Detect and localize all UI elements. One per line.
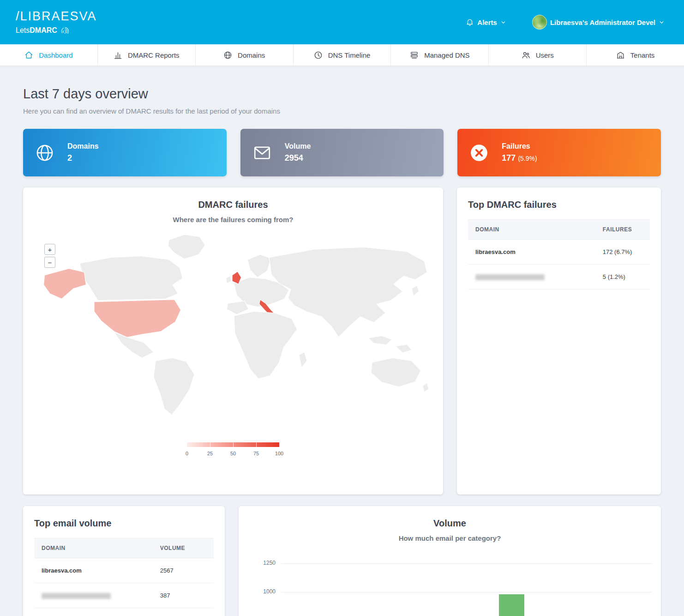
column-header-volume: VOLUME xyxy=(153,538,214,558)
tab-domains[interactable]: Domains xyxy=(195,44,293,66)
chevron-down-icon xyxy=(659,19,665,25)
tab-users[interactable]: Users xyxy=(488,44,586,66)
map-region-alaska xyxy=(44,269,86,299)
top-failures-table: DOMAIN FAILURES libraesva.com 172 (6.7%)… xyxy=(468,219,650,290)
column-header-domain: DOMAIN xyxy=(34,538,153,558)
zoom-out-button[interactable]: − xyxy=(44,257,55,268)
volume-card: Volume 2954 xyxy=(240,129,444,176)
domains-card-value: 2 xyxy=(67,153,99,163)
page-subtitle: Here you can find an overview of DMARC r… xyxy=(23,107,661,115)
top-email-volume-panel: Top email volume DOMAIN VOLUME libraesva… xyxy=(23,506,225,616)
top-failures-title: Top DMARC failures xyxy=(468,199,650,210)
globe-icon xyxy=(223,51,232,60)
map-zoom-controls: + − xyxy=(44,244,55,268)
failures-card-label: Failures xyxy=(502,142,537,151)
world-map-svg xyxy=(35,231,432,416)
fingerprint-icon xyxy=(60,25,70,36)
alerts-menu[interactable]: Alerts xyxy=(466,18,506,26)
map-region-usa xyxy=(94,300,181,338)
table-row: libraesva.com 172 (6.7%) xyxy=(468,240,650,265)
redacted-domain xyxy=(475,274,545,280)
page-title: Last 7 days overview xyxy=(23,86,661,102)
clock-icon xyxy=(314,51,323,60)
tab-dashboard[interactable]: Dashboard xyxy=(0,44,97,66)
chevron-down-icon xyxy=(500,19,506,25)
volume-bar xyxy=(499,594,524,616)
map-legend: 0 25 50 75 100 xyxy=(23,442,443,458)
dashboard-content: Last 7 days overview Here you can find a… xyxy=(0,86,684,616)
y-axis-tick: 1250 xyxy=(250,560,276,566)
logo-text: /LIBRAESVA xyxy=(16,9,97,24)
bar-chart-icon xyxy=(114,51,122,60)
domain-cell: libraesva.com xyxy=(468,240,595,265)
top-dmarc-failures-panel: Top DMARC failures DOMAIN FAILURES libra… xyxy=(457,187,661,495)
dmarc-failures-map-panel: DMARC failures Where are the failures co… xyxy=(23,187,443,495)
legend-tick: 75 xyxy=(253,451,259,456)
map-panel-subtitle: Where are the failures coming from? xyxy=(23,216,443,223)
user-name: Libraesva's Administrator Devel xyxy=(550,18,655,26)
y-axis-tick: 1000 xyxy=(250,588,276,595)
failures-cell: 5 (1.2%) xyxy=(595,265,650,290)
table-row: 5 (1.2%) xyxy=(468,265,650,290)
legend-tick: 50 xyxy=(230,451,236,456)
globe-icon xyxy=(35,143,54,163)
domains-card: Domains 2 xyxy=(23,129,227,176)
table-row: libraesva.com 2567 xyxy=(34,558,214,583)
circle-x-icon xyxy=(469,143,489,163)
libraesva-logo: /LIBRAESVA LetsDMARC xyxy=(16,9,97,36)
legend-tick: 100 xyxy=(275,451,283,456)
logo-sub-bold: DMARC xyxy=(30,26,57,34)
volume-card-label: Volume xyxy=(285,142,311,151)
failures-card-value: 177 xyxy=(502,153,516,163)
envelope-icon xyxy=(252,143,272,163)
table-row: 387 xyxy=(34,583,214,608)
volume-chart-title: Volume xyxy=(239,518,661,529)
gridline-1000: 1000 xyxy=(281,592,652,592)
top-volume-table: DOMAIN VOLUME libraesva.com 2567 387 xyxy=(34,538,214,608)
volume-cell: 387 xyxy=(153,583,214,608)
volume-chart-panel: Volume How much email per category? 1250… xyxy=(239,506,661,616)
legend-gradient-bar xyxy=(187,442,279,447)
gridline-1250: 1250 xyxy=(281,563,652,564)
column-header-failures: FAILURES xyxy=(595,220,650,240)
column-header-domain: DOMAIN xyxy=(468,220,595,240)
tab-managed-dns[interactable]: Managed DNS xyxy=(390,44,488,66)
logo-sub-light: Lets xyxy=(16,26,30,34)
building-icon xyxy=(616,51,625,60)
map-panel-title: DMARC failures xyxy=(23,199,443,210)
redacted-domain xyxy=(42,593,111,599)
failures-card-detail: (5.9%) xyxy=(518,155,537,162)
main-nav: Dashboard DMARC Reports Domains DNS Time… xyxy=(0,44,684,66)
zoom-in-button[interactable]: + xyxy=(44,244,55,255)
domains-card-label: Domains xyxy=(67,142,99,151)
top-volume-title: Top email volume xyxy=(34,518,214,529)
bell-icon xyxy=(466,18,474,26)
domain-cell: libraesva.com xyxy=(34,558,153,583)
legend-tick: 0 xyxy=(186,451,188,456)
volume-cell: 2567 xyxy=(153,558,214,583)
world-map[interactable] xyxy=(23,231,443,416)
server-stack-icon xyxy=(410,51,419,60)
avatar xyxy=(532,15,547,30)
volume-chart-subtitle: How much email per category? xyxy=(239,534,661,542)
alerts-label: Alerts xyxy=(477,18,497,26)
stat-cards: Domains 2 Volume 2954 Failures 177(5.9%) xyxy=(23,129,661,176)
failures-cell: 172 (6.7%) xyxy=(595,240,650,265)
volume-card-value: 2954 xyxy=(285,153,311,163)
top-bar: /LIBRAESVA LetsDMARC Alerts Libraesva's … xyxy=(0,0,684,44)
tab-dns-timeline[interactable]: DNS Timeline xyxy=(293,44,391,66)
failures-card: Failures 177(5.9%) xyxy=(457,129,661,176)
user-menu[interactable]: Libraesva's Administrator Devel xyxy=(532,15,665,30)
home-icon xyxy=(24,51,33,60)
legend-tick: 25 xyxy=(207,451,213,456)
tab-dmarc-reports[interactable]: DMARC Reports xyxy=(97,44,195,66)
users-icon xyxy=(522,51,530,60)
tab-tenants[interactable]: Tenants xyxy=(586,44,684,66)
